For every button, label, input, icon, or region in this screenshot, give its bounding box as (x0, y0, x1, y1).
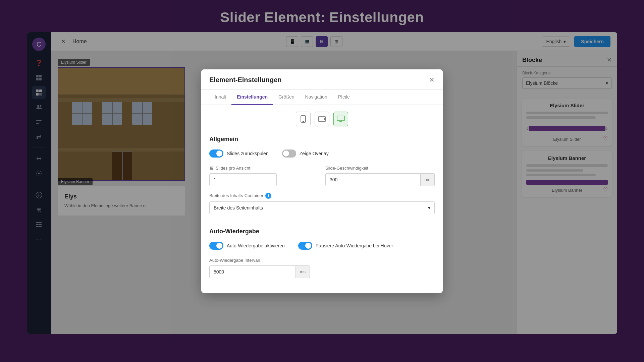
modal-header: Element-Einstellungen ✕ (201, 69, 443, 89)
breite-container-value: Breite des Seiteninhalts (214, 205, 263, 210)
pausiere-hover-item: Pausiere Auto-Wiedergabe bei Hover (298, 242, 393, 250)
breite-container-label: Breite des Inhalts-Container i (209, 193, 435, 199)
zeige-overlay-item: Zeige Overlay (282, 149, 329, 158)
svg-rect-45 (303, 121, 304, 122)
element-settings-modal: Element-Einstellungen ✕ Inhalt Einstellu… (201, 69, 443, 293)
allgemein-toggle-row: Slides zurückspulen Zeige Overlay (209, 149, 435, 158)
zeige-overlay-label: Zeige Overlay (300, 151, 329, 156)
tab-groessen[interactable]: Größen (273, 89, 300, 105)
toggle-thumb (216, 243, 222, 249)
modal-device-mobile[interactable] (296, 112, 311, 126)
modal-device-desktop[interactable] (333, 112, 348, 126)
breite-container-chevron-icon: ▾ (428, 205, 430, 210)
modal-close-button[interactable]: ✕ (429, 76, 435, 83)
slides-zurueckspulen-toggle[interactable] (209, 149, 223, 158)
slides-zurueckspulen-item: Slides zurückspulen (209, 149, 269, 158)
auto-wiedergabe-intervall-label: Auto-Wiedergabe Intervall (209, 258, 435, 263)
auto-wiedergabe-intervall-input[interactable] (209, 265, 296, 278)
slide-geschwindigkeit-group: Slide-Geschwindigkeit ms (325, 166, 435, 186)
auto-wiedergabe-aktivieren-label: Auto-Wiedergabe aktivieren (227, 243, 285, 248)
slides-zurueckspulen-label: Slides zurückspulen (227, 151, 269, 156)
slides-icon: 🖥 (209, 166, 214, 171)
auto-wiedergabe-aktivieren-toggle[interactable] (209, 242, 223, 250)
slides-pro-ansicht-input[interactable] (209, 173, 277, 186)
modal-tabs: Inhalt Einstellungen Größen Navigation P… (201, 89, 443, 105)
svg-rect-47 (324, 118, 325, 120)
auto-wiedergabe-aktivieren-item: Auto-Wiedergabe aktivieren (209, 242, 285, 250)
section-auto-wiedergabe-title: Auto-Wiedergabe (209, 228, 435, 235)
slide-geschwindigkeit-input-group: ms (325, 173, 435, 186)
tab-inhalt[interactable]: Inhalt (209, 89, 231, 105)
slide-geschwindigkeit-input[interactable] (325, 173, 421, 186)
breite-container-info-icon[interactable]: i (265, 193, 271, 199)
toggle-thumb (305, 243, 311, 249)
pausiere-hover-label: Pausiere Auto-Wiedergabe bei Hover (316, 243, 393, 248)
pausiere-hover-toggle[interactable] (298, 242, 312, 250)
svg-rect-48 (337, 116, 344, 121)
slide-geschwindigkeit-label: Slide-Geschwindigkeit (325, 166, 435, 171)
section-allgemein-title: Allgemein (209, 136, 435, 143)
slide-geschwindigkeit-unit: ms (421, 173, 435, 186)
auto-wiedergabe-intervall-input-group: ms (209, 265, 310, 278)
slides-pro-ansicht-label: 🖥 Slides pro Ansicht (209, 166, 319, 171)
toggle-thumb (283, 150, 289, 157)
slides-pro-ansicht-group: 🖥 Slides pro Ansicht (209, 166, 319, 186)
tab-einstellungen[interactable]: Einstellungen (231, 89, 273, 105)
modal-device-tablet[interactable] (315, 112, 329, 126)
breite-container-select[interactable]: Breite des Seiteninhalts ▾ (209, 201, 435, 214)
tab-navigation[interactable]: Navigation (300, 89, 333, 105)
modal-title: Element-Einstellungen (209, 76, 282, 84)
tab-pfeile[interactable]: Pfeile (333, 89, 355, 105)
toggle-thumb (216, 150, 222, 157)
modal-body: Allgemein Slides zurückspulen Zeige Over… (201, 130, 443, 293)
modal-overlay: Element-Einstellungen ✕ Inhalt Einstellu… (0, 0, 644, 362)
allgemein-fields-row: 🖥 Slides pro Ansicht Slide-Geschwindigke… (209, 166, 435, 193)
zeige-overlay-toggle[interactable] (282, 149, 296, 158)
section-divider (209, 221, 435, 221)
auto-wiedergabe-intervall-unit: ms (296, 265, 310, 278)
auto-wiedergabe-intervall-group: Auto-Wiedergabe Intervall ms (209, 258, 435, 278)
auto-wiedergabe-toggle-row: Auto-Wiedergabe aktivieren Pausiere Auto… (209, 242, 435, 250)
breite-container-group: Breite des Inhalts-Container i Breite de… (209, 193, 435, 214)
modal-device-row (201, 105, 443, 130)
